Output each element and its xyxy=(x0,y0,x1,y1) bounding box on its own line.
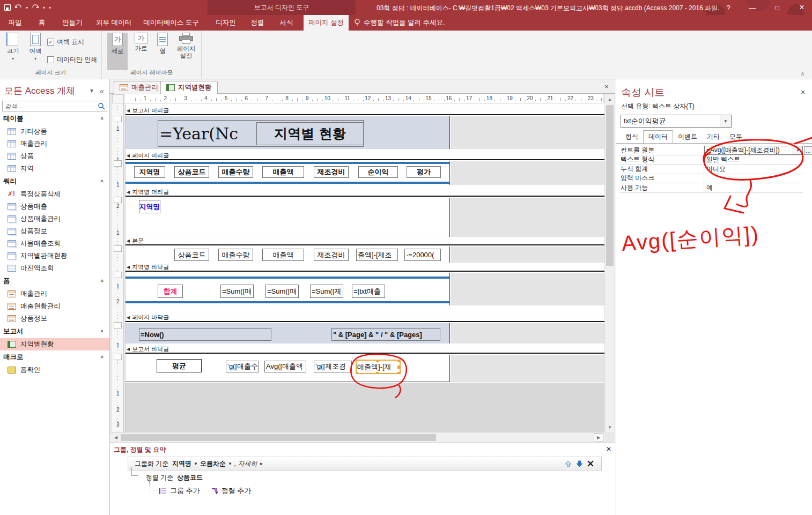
tell-me-box[interactable]: 수행할 작업을 알려 주세요. xyxy=(354,15,445,31)
property-row-text-format[interactable]: 텍스트 형식 일반 텍스트 xyxy=(619,155,803,165)
detail-textbox[interactable]: 제조경비 xyxy=(314,249,349,261)
add-group-button[interactable]: 그룹 추가 xyxy=(170,486,200,496)
column-header-label[interactable]: 상품코드 xyxy=(174,166,209,178)
ptab-other[interactable]: 기타 xyxy=(702,131,725,144)
property-value[interactable]: 아니요 xyxy=(704,165,803,174)
section-bar-group-footer[interactable]: ◀ 지역명 바닥글 xyxy=(126,264,604,272)
ptab-all[interactable]: 모두 xyxy=(725,131,747,144)
detail-textbox[interactable]: 상품코드 xyxy=(174,249,209,261)
detail-textbox[interactable]: 매출수량 xyxy=(218,249,253,261)
more-arrow-icon[interactable]: ► xyxy=(260,461,264,466)
nav-item-query-서울매출조회[interactable]: 서울매출조회 xyxy=(0,237,109,250)
tab-file[interactable]: 파일 xyxy=(4,15,26,31)
selection-handle[interactable] xyxy=(356,365,358,369)
group-field-textbox[interactable]: 지역명 xyxy=(139,200,160,213)
nav-item-query-마진액조회[interactable]: 마진액조회 xyxy=(0,262,109,274)
property-value[interactable]: 예 xyxy=(704,183,803,192)
collapse-chevrons-icon[interactable]: « xyxy=(99,117,106,120)
nav-item-form-상품정보[interactable]: 상품정보 xyxy=(0,312,109,325)
group-header-band[interactable] xyxy=(126,198,450,237)
ptab-format[interactable]: 형식 xyxy=(621,131,643,144)
property-value[interactable] xyxy=(704,174,803,183)
margins-button[interactable]: 여백 ▾ xyxy=(25,33,46,70)
tab-format[interactable]: 서식 xyxy=(274,15,299,31)
vertical-scrollbar[interactable]: ▲ ▼ xyxy=(604,94,614,432)
selected-avg-textbox[interactable]: 매출액]-[제 xyxy=(356,360,401,374)
page-setup-button[interactable]: 페이지 설정 xyxy=(174,33,198,70)
tab-database-tools[interactable]: 데이터베이스 도구 xyxy=(138,15,204,31)
selection-handle[interactable] xyxy=(376,372,379,374)
selection-handle[interactable] xyxy=(356,372,358,374)
scroll-right-icon[interactable]: ▶ xyxy=(594,433,603,442)
value-dropdown-icon[interactable]: ▼ xyxy=(793,146,802,154)
section-select-box[interactable] xyxy=(114,245,122,252)
section-select-box[interactable] xyxy=(114,322,122,329)
column-header-label[interactable]: 순이익 xyxy=(358,166,398,178)
collapse-chevrons-icon[interactable]: « xyxy=(99,279,106,282)
maximize-button[interactable]: □ xyxy=(768,0,786,15)
ptab-data[interactable]: 데이터 xyxy=(643,130,673,144)
landscape-button[interactable]: 가 가로 xyxy=(131,33,151,70)
drag-handle-icon[interactable] xyxy=(130,459,131,468)
section-select-box[interactable] xyxy=(114,116,122,122)
show-margins-checkbox[interactable]: ✓ 여백 표시 xyxy=(47,38,84,47)
undo-button[interactable] xyxy=(14,4,22,12)
nav-collapse-icon[interactable]: « xyxy=(100,87,104,95)
report-title-label[interactable]: 지역별 현황 xyxy=(256,122,364,145)
control-source-value[interactable]: =Avg([매출액]-[제조경비]) xyxy=(706,146,780,155)
nav-item-macro-폼확인[interactable]: 폼확인 xyxy=(0,364,109,376)
group-order-dropdown[interactable]: 오름차순 xyxy=(200,459,226,468)
avg-label[interactable]: 평균 xyxy=(157,359,202,372)
qat-customize-icon[interactable]: ▾ xyxy=(49,5,51,10)
section-bar-page-header[interactable]: ◀ 페이지 머리글 xyxy=(126,152,604,160)
dropdown-caret-icon[interactable]: ▼ xyxy=(194,461,198,466)
group-more-link[interactable]: , 자세히 xyxy=(234,459,257,468)
tab-design[interactable]: 디자인 xyxy=(210,15,241,31)
column-header-label[interactable]: 매출액 xyxy=(262,166,304,178)
scroll-left-icon[interactable]: ◀ xyxy=(111,433,121,442)
detail-expression-textbox[interactable]: 출액]-[제조 xyxy=(356,249,398,261)
nav-section-macros[interactable]: 매크로 « xyxy=(0,351,109,363)
tab-page-setup[interactable]: 페이지 설정 xyxy=(304,15,349,31)
nav-item-table-지역[interactable]: 지역 xyxy=(0,162,109,175)
selection-handle[interactable] xyxy=(376,360,379,362)
nav-item-table-상품[interactable]: 상품 xyxy=(0,150,109,162)
nav-section-queries[interactable]: 쿼리 « xyxy=(0,175,109,187)
section-select-box[interactable] xyxy=(114,197,122,203)
column-header-label[interactable]: 매출수량 xyxy=(218,166,253,178)
section-select-box[interactable] xyxy=(114,272,122,278)
section-bar-detail[interactable]: ◀ 본문 xyxy=(126,237,604,245)
delete-row-icon[interactable] xyxy=(587,460,594,467)
nav-item-table-기타상품[interactable]: 기타상품 xyxy=(0,125,109,138)
ruler-corner[interactable] xyxy=(112,94,124,103)
detail-expression-textbox[interactable]: ·=20000( xyxy=(404,249,441,261)
nav-item-form-매출현황관리[interactable]: 매출현황관리 xyxy=(0,300,109,312)
property-value[interactable]: 일반 텍스트 xyxy=(704,155,803,165)
nav-item-table-매출관리[interactable]: 매출관리 xyxy=(0,138,109,150)
nav-section-tables[interactable]: 테이블 « xyxy=(0,113,109,124)
group-pane-close-icon[interactable]: ✕ xyxy=(606,445,611,453)
avg-textbox[interactable]: ’g([매출수 xyxy=(226,361,259,372)
avg-textbox[interactable]: Avg([매출액 xyxy=(264,361,306,372)
sum-textbox[interactable]: =[txt매출 xyxy=(352,285,385,298)
column-header-label[interactable]: 지역명 xyxy=(134,166,165,178)
property-row-input-mask[interactable]: 입력 마스크 xyxy=(619,174,803,184)
search-icon[interactable] xyxy=(98,102,105,110)
redo-button[interactable] xyxy=(32,4,39,12)
section-select-box[interactable] xyxy=(114,354,122,360)
tab-home[interactable]: 홈 xyxy=(31,15,53,31)
doc-tab-지역별현황[interactable]: 지역별현황 xyxy=(160,81,218,94)
nav-item-query-상품정보[interactable]: 상품정보 xyxy=(0,225,109,237)
scroll-down-icon[interactable]: ▼ xyxy=(605,422,615,432)
section-bar-report-footer[interactable]: ◀ 보고서 바닥글 xyxy=(126,346,604,354)
horizontal-ruler[interactable]: 1234567891011121314151617181920212223 xyxy=(125,94,603,103)
group-field-dropdown[interactable]: 지역명 xyxy=(172,460,191,467)
tab-arrange[interactable]: 정렬 xyxy=(245,15,270,31)
print-data-only-checkbox[interactable]: 데이터만 인쇄 xyxy=(47,55,97,64)
tab-create[interactable]: 만들기 xyxy=(57,15,88,31)
page-number-textbox[interactable]: " & [Page] & " / " & [Pages] xyxy=(331,328,440,341)
builder-button[interactable]: … xyxy=(804,146,812,155)
avg-textbox[interactable]: ’g([제조경 xyxy=(314,361,352,372)
sum-textbox[interactable]: =Sum([제 xyxy=(310,285,343,298)
collapse-chevrons-icon[interactable]: « xyxy=(99,180,106,183)
